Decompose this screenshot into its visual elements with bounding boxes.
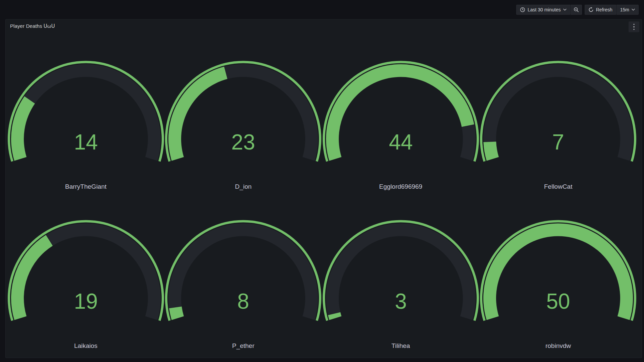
- gauge-dial: 14: [7, 61, 165, 165]
- time-range-label: Last 30 minutes: [528, 7, 561, 12]
- zoom-out-icon: [574, 7, 579, 12]
- panel-title[interactable]: Player Deaths ՍωՍ: [10, 23, 55, 29]
- gauge-P_ether: 8P_ether: [165, 220, 322, 358]
- gauge-label: P_ether: [165, 342, 322, 350]
- clock-icon: [520, 7, 525, 12]
- gauge-fill: [168, 67, 227, 161]
- kebab-icon: [633, 29, 635, 30]
- gauge-fill: [11, 235, 53, 320]
- gauge-label: BarryTheGiant: [7, 183, 165, 191]
- gauge-dial: 23: [164, 61, 322, 165]
- gauge-BarryTheGiant: 14BarryTheGiant: [7, 61, 165, 220]
- gauge-fill: [11, 96, 35, 161]
- gauge-value: 50: [546, 289, 570, 313]
- gauge-Tilihea: 3Tilihea: [322, 220, 480, 358]
- refresh-label: Refresh: [596, 7, 612, 12]
- refresh-group: Refresh 15m: [585, 5, 639, 15]
- gauge-value: 23: [231, 130, 255, 154]
- time-picker-group: Last 30 minutes: [516, 5, 582, 15]
- kebab-icon: [633, 24, 635, 25]
- gauge-dial: 3: [322, 220, 480, 324]
- dashboard-toolbar: Last 30 minutes: [516, 5, 639, 15]
- gauge-label: FellowCat: [480, 183, 637, 191]
- gauge-value: 44: [389, 130, 413, 154]
- kebab-icon: [633, 26, 635, 27]
- gauge-value: 8: [237, 289, 249, 313]
- gauge-FellowCat: 7FellowCat: [480, 61, 637, 220]
- zoom-out-button[interactable]: [571, 5, 582, 15]
- refresh-interval-label: 15m: [620, 7, 629, 12]
- gauge-value: 7: [552, 130, 564, 154]
- gauge-value: 19: [74, 289, 98, 313]
- gauge-label: D_ion: [165, 183, 322, 191]
- gauge-dial: 44: [322, 61, 480, 165]
- refresh-icon: [588, 7, 594, 12]
- gauge-value: 14: [74, 130, 98, 154]
- panel-menu-button[interactable]: [629, 21, 639, 32]
- gauge-fill: [169, 307, 184, 320]
- gauge-label: Egglord696969: [322, 183, 480, 191]
- time-range-button[interactable]: Last 30 minutes: [516, 5, 570, 15]
- gauge-grid: 14BarryTheGiant23D_ion44Egglord6969697Fe…: [7, 61, 637, 358]
- gauge-dial: 19: [7, 220, 165, 324]
- refresh-interval-button[interactable]: 15m: [616, 5, 639, 15]
- gauge-fill: [483, 141, 499, 161]
- gauge-dial: 7: [479, 61, 637, 165]
- gauge-Laikaios: 19Laikaios: [7, 220, 165, 358]
- gauge-dial: 50: [479, 220, 637, 324]
- gauge-label: Laikaios: [7, 342, 165, 350]
- gauge-dial: 8: [164, 220, 322, 324]
- gauge-robinvdw: 50robinvdw: [480, 220, 637, 358]
- gauge-panel: Player Deaths ՍωՍ 14BarryTheGiant23D_ion…: [5, 19, 642, 358]
- chevron-down-icon: [632, 9, 635, 11]
- gauge-D_ion: 23D_ion: [165, 61, 322, 220]
- gauge-label: Tilihea: [322, 342, 480, 350]
- gauge-Egglord696969: 44Egglord696969: [322, 61, 480, 220]
- gauge-label: robinvdw: [480, 342, 637, 350]
- refresh-button[interactable]: Refresh: [585, 5, 616, 15]
- gauge-value: 3: [395, 289, 407, 313]
- chevron-down-icon: [563, 9, 567, 11]
